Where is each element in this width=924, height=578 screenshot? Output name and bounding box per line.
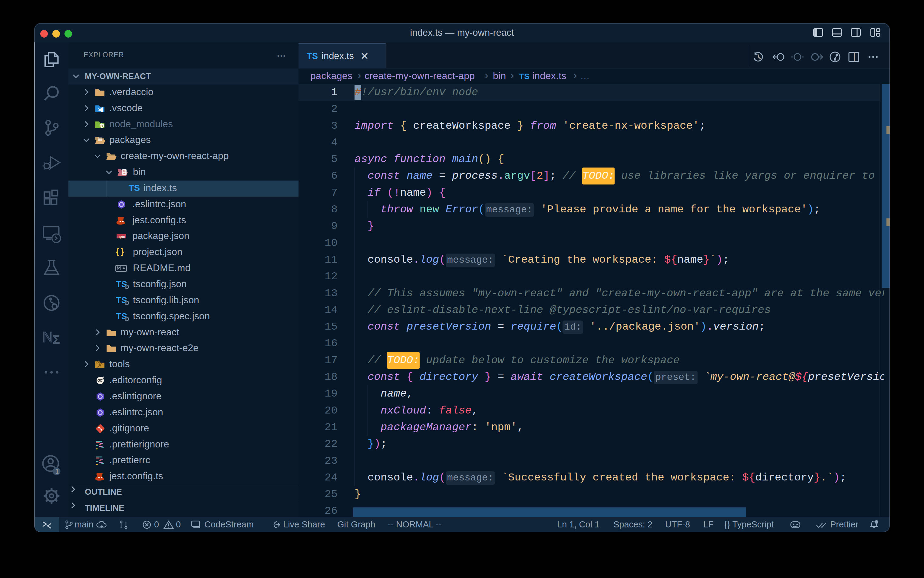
svg-text:js: js (100, 124, 103, 128)
svg-text:1: 1 (55, 468, 59, 475)
svg-text:Σ: Σ (53, 333, 60, 346)
svg-text:npm: npm (118, 234, 125, 239)
svg-text:N: N (42, 329, 53, 345)
svg-text:10: 10 (123, 172, 126, 175)
